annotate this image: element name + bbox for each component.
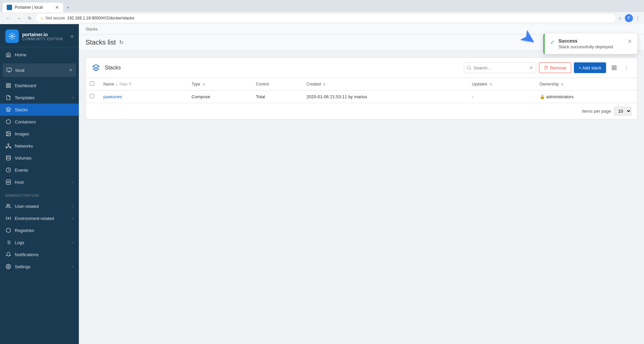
stack-control: Total	[252, 91, 302, 103]
tab-title: Portainer | local	[15, 5, 52, 10]
new-tab-button[interactable]: +	[63, 3, 72, 12]
sidebar-settings-label: Settings	[15, 264, 69, 269]
main-content: Stacks Stacks list ↻ Stacks	[79, 24, 644, 344]
sidebar-item-notifications[interactable]: Notifications	[0, 248, 79, 261]
sidebar-host-label: Host	[15, 180, 69, 185]
browser-menu-button[interactable]: ⋮	[636, 16, 640, 21]
content-area: Stacks ✕	[79, 51, 644, 344]
col-ownership: Ownership ⇅	[536, 78, 637, 91]
svg-point-11	[8, 144, 9, 145]
address-bar[interactable]: ⚠ Not secure 192.168.1.18:9000/#!/2/dock…	[36, 14, 615, 22]
sidebar-notifications-label: Notifications	[15, 252, 73, 257]
search-clear-button[interactable]: ✕	[529, 65, 533, 70]
tab-close-button[interactable]: ✕	[55, 5, 59, 10]
remove-icon	[544, 66, 548, 70]
sidebar-environment-related-label: Environment-related	[15, 216, 69, 221]
sidebar-events-label: Events	[15, 168, 73, 173]
stack-type: Compose	[188, 91, 252, 103]
profile-button[interactable]: P	[625, 14, 633, 22]
notification-toast: ✓ Success Stack successfully deployed ✕	[543, 34, 637, 54]
reload-button[interactable]: ↻	[26, 14, 34, 22]
svg-rect-4	[6, 83, 8, 85]
endpoint-icon	[6, 67, 12, 73]
more-options-button[interactable]: ⋮	[621, 62, 632, 73]
col-control: Control	[252, 78, 302, 91]
sidebar-item-containers[interactable]: Containers	[0, 116, 79, 128]
endpoint-name: local	[15, 68, 24, 73]
tab-favicon	[7, 5, 12, 10]
sidebar-images-label: Images	[15, 131, 73, 136]
sidebar-nav-section: Dashboard Templates ›	[0, 78, 79, 189]
networks-icon	[5, 143, 11, 149]
sidebar-item-environment-related[interactable]: Environment-related ›	[0, 212, 79, 224]
sort-type-icon: ⇅	[202, 82, 205, 86]
svg-point-24	[8, 218, 9, 219]
sidebar-item-volumes[interactable]: Volumes	[0, 152, 79, 164]
grid-view-button[interactable]	[609, 62, 620, 73]
sidebar-item-user-related[interactable]: User-related ›	[0, 200, 79, 212]
panel-title: Stacks	[105, 65, 460, 71]
row-checkbox[interactable]	[90, 94, 94, 98]
svg-rect-5	[9, 83, 10, 85]
select-all-checkbox[interactable]	[90, 81, 94, 86]
forward-button[interactable]: →	[15, 14, 23, 22]
filter-button[interactable]: Filter	[120, 82, 132, 86]
stacks-table: Name ↓ Filter Type ⇅ Control	[86, 78, 637, 103]
sidebar-item-dashboard[interactable]: Dashboard	[0, 79, 79, 92]
logs-icon	[5, 239, 11, 245]
bookmark-button[interactable]: ☆	[618, 16, 622, 21]
svg-rect-37	[614, 68, 616, 70]
browser-tab[interactable]: Portainer | local ✕	[3, 3, 63, 12]
breadcrumb: Stacks	[79, 24, 644, 35]
sidebar-item-registries[interactable]: Registries	[0, 224, 79, 236]
logo-text: portainer.io Community Edition	[22, 32, 63, 41]
address-text: 192.168.1.18:9000/#!/2/docker/stacks	[67, 16, 134, 20]
toast-close-button[interactable]: ✕	[628, 38, 632, 45]
back-button[interactable]: ←	[4, 14, 12, 22]
stack-name-link[interactable]: pawtunes	[103, 94, 122, 99]
sidebar-item-images[interactable]: Images	[0, 128, 79, 140]
svg-point-10	[7, 133, 8, 133]
search-input[interactable]	[474, 65, 527, 70]
remove-button[interactable]: Remove	[539, 62, 571, 73]
items-per-page-select[interactable]: 10 25 50	[614, 107, 632, 116]
sort-ownership-icon: ⇅	[561, 82, 563, 86]
admin-section-header: Administration	[0, 189, 79, 199]
containers-icon	[5, 119, 11, 125]
sidebar-collapse-button[interactable]: «	[70, 33, 73, 39]
add-stack-button[interactable]: + Add stack	[574, 62, 606, 73]
sidebar-logo: portainer.io Community Edition «	[0, 24, 79, 47]
add-stack-label: + Add stack	[579, 65, 601, 70]
settings-icon	[5, 264, 11, 270]
items-per-page-label: Items per page	[582, 109, 611, 114]
sidebar-item-home[interactable]: Home	[0, 49, 79, 61]
logo-content: portainer.io Community Edition	[5, 30, 63, 43]
sort-updated-icon: ⇅	[489, 82, 492, 86]
sidebar-item-logs[interactable]: Logs ›	[0, 236, 79, 248]
svg-line-34	[470, 69, 471, 70]
table-row: pawtunes Compose Total 2025-01-06 21:53:…	[86, 91, 637, 103]
toast-content: Success Stack successfully deployed	[558, 38, 624, 49]
sidebar-networks-label: Networks	[15, 144, 73, 149]
host-expand-icon: ›	[72, 180, 73, 184]
sidebar-item-templates[interactable]: Templates ›	[0, 92, 79, 104]
endpoint-close-icon[interactable]: ✕	[69, 67, 73, 73]
address-warning-text: Not secure	[46, 16, 65, 20]
sidebar-item-local[interactable]: local ✕	[3, 65, 76, 75]
templates-icon	[5, 95, 11, 101]
images-icon	[5, 131, 11, 137]
sidebar-user-related-label: User-related	[15, 204, 69, 209]
stack-ownership: 🔒administrators	[536, 91, 637, 103]
sidebar-volumes-label: Volumes	[15, 156, 73, 161]
sidebar-item-events[interactable]: Events	[0, 164, 79, 176]
sidebar-item-settings[interactable]: Settings ›	[0, 261, 79, 273]
sidebar-home-label: Home	[15, 52, 73, 57]
sidebar-item-host[interactable]: Host ›	[0, 176, 79, 188]
sidebar-item-networks[interactable]: Networks	[0, 140, 79, 152]
sidebar-containers-label: Containers	[15, 119, 73, 124]
refresh-button[interactable]: ↻	[119, 39, 123, 46]
svg-rect-6	[9, 86, 10, 88]
svg-point-23	[7, 204, 8, 206]
stack-updated: -	[468, 91, 535, 103]
sidebar-item-stacks[interactable]: Stacks	[0, 104, 79, 116]
